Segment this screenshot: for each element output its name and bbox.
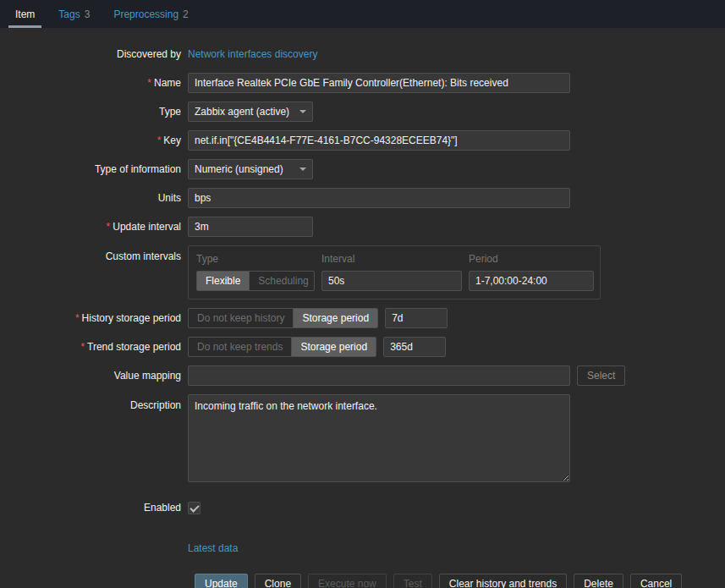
tab-preprocessing-label: Preprocessing — [113, 8, 179, 20]
trend-value-input[interactable] — [383, 337, 446, 357]
name-label: *Name — [0, 73, 188, 93]
value-mapping-select-button[interactable]: Select — [577, 365, 625, 386]
description-textarea[interactable]: Incoming traffic on the network interfac… — [188, 394, 570, 482]
row-key: *Key — [0, 130, 725, 151]
trend-do-not-keep[interactable]: Do not keep trends — [189, 338, 291, 356]
item-form: Discovered by Network interfaces discove… — [0, 28, 725, 588]
trend-storage-label: *Trend storage period — [0, 337, 188, 357]
update-interval-input[interactable] — [188, 217, 313, 237]
update-button[interactable]: Update — [195, 574, 248, 588]
tab-item[interactable]: Item — [3, 0, 47, 28]
chevron-down-icon — [299, 168, 306, 171]
enabled-checkbox[interactable] — [188, 502, 200, 514]
row-description: Description Incoming traffic on the netw… — [0, 394, 725, 482]
row-discovered-by: Discovered by Network interfaces discove… — [0, 44, 725, 64]
name-input[interactable] — [188, 73, 570, 93]
clone-button[interactable]: Clone — [255, 574, 301, 588]
row-latest-data: Latest data — [0, 538, 725, 558]
row-enabled: Enabled — [0, 497, 725, 518]
row-history-storage: *History storage period Do not keep hist… — [0, 308, 725, 328]
intervals-col-type: Type — [196, 253, 315, 265]
interval-type-toggle: Flexible Scheduling — [196, 271, 315, 291]
value-mapping-label: Value mapping — [0, 365, 188, 386]
delete-button[interactable]: Delete — [574, 574, 623, 588]
required-marker: * — [107, 221, 111, 233]
row-update-interval: *Update interval — [0, 217, 725, 237]
tab-item-label: Item — [15, 8, 35, 20]
clear-history-button[interactable]: Clear history and trends — [439, 574, 567, 588]
interval-delay-input[interactable] — [321, 271, 462, 291]
required-marker: * — [147, 77, 151, 89]
required-marker: * — [80, 341, 85, 353]
trend-storage-toggle: Do not keep trends Storage period — [188, 337, 376, 357]
units-input[interactable] — [188, 188, 570, 208]
units-label: Units — [0, 188, 188, 208]
interval-type-scheduling[interactable]: Scheduling — [249, 272, 315, 290]
interval-period-input[interactable] — [469, 271, 594, 291]
row-name: *Name — [0, 73, 725, 93]
tab-preprocessing-count: 2 — [183, 8, 189, 20]
row-units: Units — [0, 188, 725, 208]
type-of-information-select[interactable]: Numeric (unsigned) — [188, 159, 313, 179]
history-storage-period[interactable]: Storage period — [293, 309, 377, 327]
required-marker: * — [157, 135, 162, 146]
tab-preprocessing[interactable]: Preprocessing 2 — [102, 0, 200, 28]
form-footer: Update Clone Execute now Test Clear hist… — [195, 574, 725, 588]
interval-type-flexible[interactable]: Flexible — [197, 272, 249, 290]
row-type: Type Zabbix agent (active) — [0, 102, 725, 122]
history-storage-toggle: Do not keep history Storage period — [188, 308, 378, 328]
execute-now-button: Execute now — [308, 574, 387, 588]
custom-intervals-box: Type Interval Period Flexible Scheduling — [188, 245, 601, 299]
key-input[interactable] — [188, 130, 570, 151]
description-label: Description — [0, 394, 188, 415]
tab-tags-label: Tags — [58, 8, 80, 20]
update-interval-label: *Update interval — [0, 217, 188, 237]
tab-tags[interactable]: Tags 3 — [47, 0, 102, 28]
type-select-value: Zabbix agent (active) — [195, 106, 289, 118]
test-button: Test — [393, 574, 432, 588]
type-of-information-label: Type of information — [0, 159, 188, 179]
row-custom-intervals: Custom intervals Type Interval Period Fl… — [0, 245, 725, 299]
tab-tags-count: 3 — [85, 8, 91, 20]
form-tab-bar: Item Tags 3 Preprocessing 2 — [0, 0, 725, 28]
value-mapping-input[interactable] — [188, 365, 570, 386]
intervals-col-period: Period — [469, 253, 594, 265]
custom-intervals-label: Custom intervals — [0, 245, 188, 266]
discovered-by-link[interactable]: Network interfaces discovery — [188, 48, 317, 60]
cancel-button[interactable]: Cancel — [630, 574, 682, 588]
enabled-label: Enabled — [0, 497, 188, 518]
trend-storage-period[interactable]: Storage period — [291, 338, 376, 356]
chevron-down-icon — [299, 110, 306, 113]
required-marker: * — [75, 312, 80, 324]
history-value-input[interactable] — [385, 308, 448, 328]
row-value-mapping: Value mapping Select — [0, 365, 725, 386]
type-label: Type — [0, 102, 188, 122]
type-of-information-value: Numeric (unsigned) — [195, 163, 283, 175]
history-storage-label: *History storage period — [0, 308, 188, 328]
row-type-of-information: Type of information Numeric (unsigned) — [0, 159, 725, 179]
latest-data-link[interactable]: Latest data — [188, 542, 238, 554]
history-do-not-keep[interactable]: Do not keep history — [189, 309, 293, 327]
type-select[interactable]: Zabbix agent (active) — [188, 102, 313, 122]
row-trend-storage: *Trend storage period Do not keep trends… — [0, 337, 725, 357]
intervals-col-interval: Interval — [321, 253, 462, 265]
key-label: *Key — [0, 130, 188, 151]
discovered-by-label: Discovered by — [0, 44, 188, 64]
